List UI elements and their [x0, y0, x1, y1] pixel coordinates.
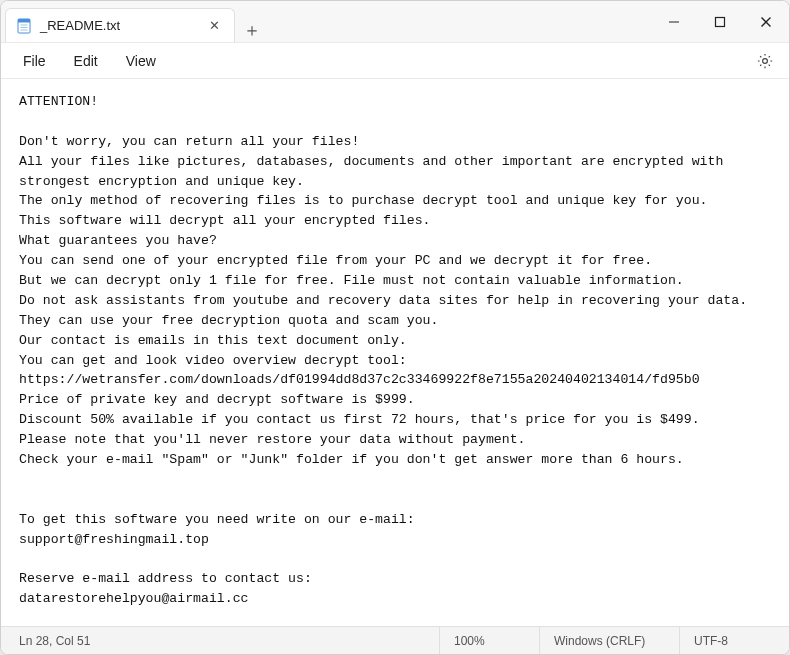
menu-file[interactable]: File — [9, 47, 60, 75]
text-editor[interactable]: ATTENTION! Don't worry, you can return a… — [1, 79, 789, 626]
status-zoom[interactable]: 100% — [439, 627, 539, 654]
menubar: File Edit View — [1, 43, 789, 79]
tab-strip: _README.txt ✕ ＋ — [1, 1, 651, 42]
svg-rect-1 — [18, 19, 30, 23]
new-tab-button[interactable]: ＋ — [235, 18, 269, 42]
menu-edit[interactable]: Edit — [60, 47, 112, 75]
menu-view[interactable]: View — [112, 47, 170, 75]
status-encoding[interactable]: UTF-8 — [679, 627, 789, 654]
notepad-window: _README.txt ✕ ＋ File Edit View — [0, 0, 790, 655]
notepad-icon — [16, 18, 32, 34]
statusbar: Ln 28, Col 51 100% Windows (CRLF) UTF-8 — [1, 626, 789, 654]
document-content: ATTENTION! Don't worry, you can return a… — [19, 94, 747, 626]
close-button[interactable] — [743, 1, 789, 42]
minimize-button[interactable] — [651, 1, 697, 42]
tab-close-button[interactable]: ✕ — [204, 18, 224, 33]
tab-active[interactable]: _README.txt ✕ — [5, 8, 235, 42]
titlebar: _README.txt ✕ ＋ — [1, 1, 789, 43]
tab-title: _README.txt — [40, 18, 196, 33]
status-position: Ln 28, Col 51 — [1, 627, 181, 654]
svg-rect-6 — [716, 17, 725, 26]
window-controls — [651, 1, 789, 42]
status-line-ending[interactable]: Windows (CRLF) — [539, 627, 679, 654]
maximize-button[interactable] — [697, 1, 743, 42]
settings-button[interactable] — [749, 45, 781, 77]
svg-point-9 — [763, 58, 768, 63]
